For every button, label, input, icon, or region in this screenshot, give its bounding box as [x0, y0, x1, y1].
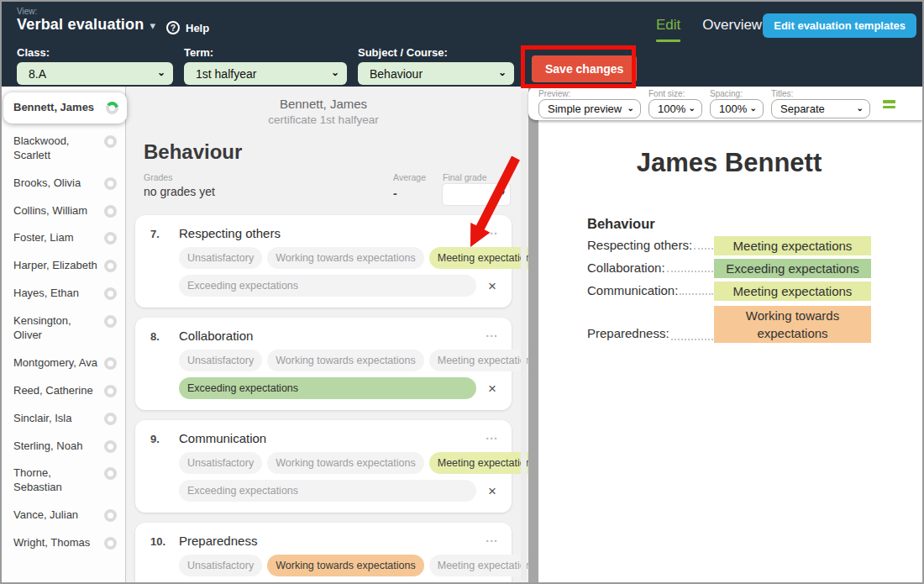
sidebar-item-student[interactable]: Blackwood, Scarlett — [2, 128, 125, 170]
sidebar-item-student[interactable]: Hayes, Ethan — [2, 280, 125, 308]
option-pill[interactable]: Exceeding expectations — [179, 275, 476, 297]
item-menu-icon[interactable]: ... — [484, 431, 500, 439]
titles-select[interactable]: Separate ⌄ — [771, 99, 870, 118]
option-pill[interactable]: Working towards expectations — [267, 452, 424, 474]
option-pill[interactable]: Unsatisfactory — [179, 452, 262, 474]
chevron-down-icon: ⌄ — [157, 66, 165, 78]
option-pill[interactable]: Unsatisfactory — [179, 247, 262, 269]
item-menu-icon[interactable]: ... — [484, 226, 500, 234]
certificate-student-name: James Bennett — [587, 148, 871, 178]
final-grade-select[interactable]: ▾ — [443, 184, 510, 205]
certificate-section-title: Behaviour — [587, 216, 871, 232]
scrollbar[interactable] — [521, 92, 527, 581]
progress-donut-icon — [104, 537, 117, 550]
certificate-grade-box: Working towards expectations — [714, 306, 871, 343]
sidebar-item-student[interactable]: Collins, William — [2, 197, 125, 225]
chevron-down-icon: ⌄ — [498, 66, 507, 78]
option-pill[interactable]: Working towards expectations — [267, 350, 424, 371]
app-window: View: Verbal evaluation▾ ? Help Edit Ove… — [0, 0, 924, 584]
titles-control: Titles: Separate ⌄ — [771, 89, 870, 118]
dotted-leader — [667, 259, 713, 272]
sidebar-item-student[interactable]: Wright, Thomas — [2, 529, 125, 557]
sidebar-item-student[interactable]: Sinclair, Isla — [2, 405, 125, 433]
help-button[interactable]: ? Help — [166, 21, 209, 34]
clear-selection-icon[interactable]: × — [481, 279, 500, 293]
progress-donut-icon — [104, 260, 117, 272]
option-pill[interactable]: Working towards expectations — [267, 247, 424, 269]
sidebar-item-student[interactable]: Reed, Catherine — [2, 377, 125, 405]
sidebar-item-student[interactable]: Kensington, Oliver — [2, 308, 125, 350]
sidebar-item-student[interactable]: Sterling, Noah — [2, 433, 125, 460]
average-block: Average - — [393, 172, 426, 200]
student-name-header: Bennett, James — [135, 96, 512, 113]
chevron-down-icon: ⌄ — [857, 103, 864, 113]
option-pill-selected[interactable]: Meeting expectations — [429, 247, 528, 269]
sidebar-item-student[interactable]: Harper, Elizabeth — [2, 252, 125, 280]
option-pill[interactable]: Unsatisfactory — [179, 555, 262, 576]
preview-controls-bar: Preview: Simple preview ⌄ Font size: 100… — [528, 87, 922, 120]
evaluation-item-card: 7. Respecting others ... Unsatisfactory … — [135, 215, 512, 308]
chevron-down-icon: ▾ — [501, 188, 505, 197]
certificate-grade-box: Meeting expectations — [714, 236, 871, 255]
option-pill[interactable]: Meeting expectations — [429, 555, 528, 576]
preview-mode-select[interactable]: Simple preview ⌄ — [538, 99, 641, 118]
view-value: Verbal evaluation — [17, 16, 144, 33]
sidebar-item-student[interactable]: Thorne, Sebastian — [2, 460, 125, 502]
subject-title: Behaviour — [144, 140, 512, 164]
clear-selection-icon[interactable]: × — [481, 484, 500, 498]
dotted-leader — [694, 236, 713, 250]
subject-select[interactable]: Behaviour ⌄ — [358, 62, 514, 85]
term-filter: Term: 1st halfyear ⌄ — [184, 46, 347, 85]
item-menu-icon[interactable]: ... — [484, 534, 500, 542]
certificate-row: Communication: Meeting expectations — [587, 281, 871, 301]
spacing-select[interactable]: 100% ⌄ — [710, 99, 764, 118]
option-pill[interactable]: Meeting expectations — [429, 350, 528, 371]
option-pill[interactable]: Unsatisfactory — [179, 350, 262, 371]
progress-donut-icon — [104, 232, 117, 245]
certificate-subheader: certificate 1st halfyear — [135, 113, 512, 128]
progress-donut-icon — [104, 440, 117, 453]
save-changes-button[interactable]: Save changes — [532, 55, 637, 82]
chevron-down-icon: ▾ — [150, 19, 155, 32]
certificate-row: Preparedness: Working towards expectatio… — [587, 306, 871, 343]
nav-tabs: Edit Overview — [656, 17, 762, 42]
evaluation-editor-panel: Bennett, James certificate 1st halfyear … — [127, 87, 528, 582]
menu-handle-icon[interactable] — [883, 100, 895, 111]
subject-filter: Subject / Course: Behaviour ⌄ — [358, 46, 514, 85]
sidebar-item-student[interactable]: Bennett, James — [3, 92, 127, 124]
edit-evaluation-templates-button[interactable]: Edit evaluation templates — [763, 13, 916, 38]
progress-donut-icon — [104, 315, 117, 328]
option-pill-selected[interactable]: Working towards expectations — [267, 555, 424, 576]
term-select[interactable]: 1st halfyear ⌄ — [184, 62, 347, 85]
class-filter: Class: 8.A ⌄ — [17, 46, 173, 85]
progress-donut-icon — [104, 509, 117, 522]
class-select[interactable]: 8.A ⌄ — [17, 62, 173, 85]
font-size-control: Font size: 100% ⌄ — [648, 89, 702, 118]
editor-header: Bennett, James certificate 1st halfyear — [135, 96, 512, 128]
clear-selection-icon[interactable]: × — [481, 381, 500, 396]
dotted-leader — [680, 281, 713, 295]
progress-donut-icon — [104, 135, 117, 148]
tab-edit[interactable]: Edit — [656, 17, 680, 42]
evaluation-item-card: 9. Communication ... Unsatisfactory Work… — [135, 420, 512, 513]
view-selector[interactable]: View: Verbal evaluation▾ — [17, 7, 155, 34]
font-size-select[interactable]: 100% ⌄ — [648, 99, 702, 118]
progress-donut-icon — [104, 467, 117, 480]
spacing-control: Spacing: 100% ⌄ — [710, 89, 764, 118]
sidebar-item-student[interactable]: Brooks, Olivia — [2, 170, 125, 197]
average-value: - — [393, 187, 426, 200]
option-pill[interactable]: Exceeding expectations — [179, 480, 476, 502]
option-pill-selected[interactable]: Exceeding expectations — [179, 377, 476, 399]
student-sidebar: Bennett, James Blackwood, Scarlett Brook… — [2, 87, 126, 582]
view-label: View: — [17, 7, 155, 16]
tab-overview[interactable]: Overview — [702, 17, 762, 42]
sidebar-item-student[interactable]: Montgomery, Ava — [2, 350, 125, 377]
sidebar-item-student[interactable]: Foster, Liam — [2, 224, 125, 252]
certificate-grade-box: Meeting expectations — [714, 281, 871, 301]
sidebar-item-student[interactable]: Vance, Julian — [2, 502, 125, 529]
option-pill-selected[interactable]: Meeting expectations — [429, 452, 528, 474]
item-menu-icon[interactable]: ... — [484, 329, 500, 337]
progress-donut-icon — [104, 357, 117, 370]
chevron-down-icon: ⌄ — [750, 103, 757, 113]
help-icon: ? — [166, 21, 180, 34]
